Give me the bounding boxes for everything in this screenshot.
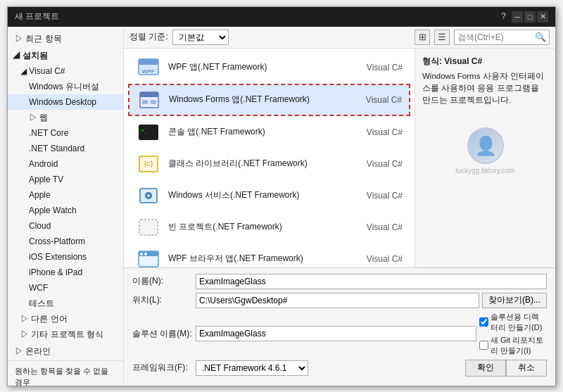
template-name: 콘솔 앱(.NET Framework) [168,126,346,138]
sidebar-recent-section: ▷ 최근 항목 [8,31,123,46]
sidebar-item-visual-csharp[interactable]: ◢ Visual C# [8,63,123,79]
sidebar: ▷ 최근 항목 ◢ 설치됨 ◢ Visual C# Windows 유니버설 W… [8,27,124,386]
template-lang: Visual C# [346,63,403,72]
checkbox-area: 솔루션용 디렉터리 만들기(D) 새 Git 리포지토리 만들기(I) [479,312,547,356]
sidebar-item-cloud[interactable]: Cloud [8,218,123,234]
sidebar-footer: 원하는 항목을 찾을 수 없을 경우 Visual Studio 설치 관리자 … [8,360,123,386]
sidebar-item-wcf[interactable]: WCF [8,280,123,296]
solution-dir-checkbox[interactable] [479,317,488,327]
template-lang: Visual C# [346,191,403,201]
sidebar-item-iphone-ipad[interactable]: iPhone & iPad [8,265,123,280]
search-icon[interactable]: 🔍 [535,32,546,42]
sidebar-item-dotnet-standard[interactable]: .NET Standard [8,141,123,156]
sidebar-item-windows-desktop[interactable]: Windows Desktop [8,94,123,110]
watermark-text: luckygg.tistory.com [455,167,514,175]
framework-dropdown[interactable]: .NET Framework 4.6.1 .NET Framework 4.7.… [196,360,308,376]
sidebar-item-android[interactable]: Android [8,156,123,172]
checkbox1-label: 솔루션용 디렉터리 만들기(D) [491,312,547,333]
template-list: WPF WPF 앱(.NET Framework) Visual C# Wind… [124,49,415,267]
sidebar-item-recent[interactable]: ▷ 최근 항목 [8,31,123,46]
name-input[interactable] [196,274,547,289]
location-label: 위치(L): [132,294,196,306]
grid-view-button[interactable]: ⊞ [415,30,430,45]
sidebar-item-cross-platform[interactable]: Cross-Platform [8,234,123,249]
template-icon-empty [136,216,161,239]
sidebar-online-section: ▷ 온라인 [8,343,123,359]
checkbox2-row: 새 Git 리포지토리 만들기(I) [479,335,547,356]
info-panel-title: 형식: Visual C# [422,56,548,68]
template-item[interactable]: {C} 클래스 라이브러리(.NET Framework) Visual C# [128,148,410,179]
minimize-button[interactable]: ─ [512,11,523,23]
template-icon-class: {C} [136,153,161,175]
window-controls: ? ─ □ ✕ [501,11,548,23]
svg-text:>_: >_ [141,127,148,134]
template-item[interactable]: 빈 프로젝트(.NET Framework) Visual C# [128,212,410,243]
checkbox2-label: 새 Git 리포지토리 만들기(I) [491,335,547,356]
info-panel-description: Windows Forms 사용자 인터페이스를 사용하여 응용 프로그램을 만… [422,70,548,107]
watermark: 👤 luckygg.tistory.com [422,127,548,175]
sidebar-footer-text: 원하는 항목을 찾을 수 없을 경우 [15,365,116,386]
sidebar-item-test[interactable]: 테스트 [8,296,123,311]
sidebar-item-online[interactable]: ▷ 온라인 [8,343,123,359]
svg-point-13 [147,194,150,197]
location-input[interactable] [196,293,479,308]
sidebar-item-dotnet-core[interactable]: .NET Core [8,125,123,141]
solution-label: 솔루션 이름(M): [132,328,196,340]
form-location-row: 위치(L): 찾아보기(B)... [132,293,547,308]
template-name: WPF 브라우저 앱(.NET Framework) [168,253,346,265]
browse-button[interactable]: 찾아보기(B)... [482,293,547,308]
template-name: WPF 앱(.NET Framework) [168,61,346,73]
sidebar-installed-section: ◢ 설치됨 ◢ Visual C# Windows 유니버설 Windows D… [8,48,123,342]
svg-rect-4 [140,92,158,97]
sort-dropdown[interactable]: 기본값 이름 유형 [172,30,229,45]
sidebar-item-ios-extensions[interactable]: iOS Extensions [8,249,123,265]
list-view-button[interactable]: ☰ [434,30,450,45]
template-item[interactable]: Windows 서비스(.NET Framework) Visual C# [128,180,410,211]
template-name: Windows 서비스(.NET Framework) [168,189,346,201]
template-name: Windows Forms 앱(.NET Framework) [169,94,346,106]
dialog-title: 새 프로젝트 [15,11,59,23]
svg-rect-14 [139,220,158,235]
info-panel: 형식: Visual C# Windows Forms 사용자 인터페이스를 사… [415,49,555,267]
git-repo-checkbox[interactable] [479,341,488,350]
sidebar-item-other-lang[interactable]: ▷ 다른 언어 [8,311,123,327]
template-item[interactable]: >_ 콘솔 앱(.NET Framework) Visual C# [128,117,410,148]
template-name: 빈 프로젝트(.NET Framework) [168,221,346,233]
bottom-form: 이름(N): 위치(L): 찾아보기(B)... 솔루션 이름(M): 솔루션용… [124,267,555,386]
sidebar-item-installed[interactable]: ◢ 설치됨 [8,48,123,63]
cancel-button[interactable]: 취소 [506,360,547,377]
svg-point-17 [140,253,143,255]
svg-text:{C}: {C} [144,160,153,167]
solution-input[interactable] [196,326,476,341]
main-area: 정렬 기준: 기본값 이름 유형 ⊞ ☰ 🔍 [124,27,555,386]
template-item[interactable]: Windows Forms 앱(.NET Framework) Visual C… [128,84,410,116]
maximize-button[interactable]: □ [524,11,536,23]
template-icon-forms [137,89,162,111]
content-area: ▷ 최근 항목 ◢ 설치됨 ◢ Visual C# Windows 유니버설 W… [8,27,555,386]
ok-button[interactable]: 확인 [465,360,506,377]
close-button[interactable]: ✕ [537,11,548,23]
form-name-row: 이름(N): [132,274,547,289]
sidebar-item-apple-tv[interactable]: Apple TV [8,172,123,187]
sidebar-item-web[interactable]: ▷ 웹 [8,110,123,125]
template-list-container: WPF WPF 앱(.NET Framework) Visual C# Wind… [124,49,415,267]
sidebar-item-apple[interactable]: Apple [8,187,123,203]
sidebar-item-other-formats[interactable]: ▷ 기타 프로젝트 형식 [8,327,123,342]
svg-text:WPF: WPF [142,68,155,75]
sidebar-item-windows-universal[interactable]: Windows 유니버설 [8,79,123,94]
template-icon-browser [136,248,161,267]
svg-rect-1 [139,59,158,65]
template-lang: Visual C# [346,254,403,264]
title-bar: 새 프로젝트 ? ─ □ ✕ [8,7,555,27]
sort-label: 정렬 기준: [129,31,168,43]
framework-label: 프레임워크(F): [132,362,196,374]
search-input[interactable] [457,32,535,42]
template-item[interactable]: WPF WPF 앱(.NET Framework) Visual C# [128,52,410,83]
new-project-dialog: 새 프로젝트 ? ─ □ ✕ ▷ 최근 항목 ◢ 설치됨 ◢ Visual C#… [7,6,556,386]
template-item[interactable]: WPF 브라우저 앱(.NET Framework) Visual C# [128,244,410,267]
question-mark: ? [501,11,506,23]
sidebar-item-apple-watch[interactable]: Apple Watch [8,203,123,218]
form-solution-row: 솔루션 이름(M): 솔루션용 디렉터리 만들기(D) 새 Git 리포지토리 … [132,312,547,356]
checkbox1-row: 솔루션용 디렉터리 만들기(D) [479,312,547,333]
svg-rect-5 [142,100,148,104]
